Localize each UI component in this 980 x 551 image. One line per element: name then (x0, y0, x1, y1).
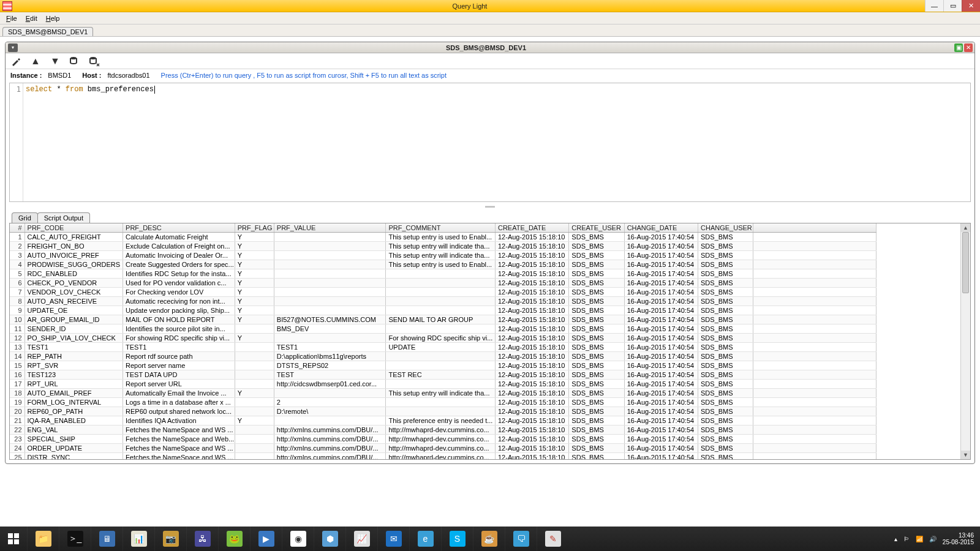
cell-desc[interactable]: Fetches the NameSpace and WS ... (123, 444, 235, 453)
col-prf-comment[interactable]: PRF_COMMENT (386, 223, 496, 233)
cell-chuser[interactable]: SDS_BMS (698, 435, 753, 444)
cell-code[interactable]: RDC_ENABLED (24, 269, 123, 279)
cell-desc[interactable]: Report rdf source path (123, 352, 235, 361)
cell-chuser[interactable]: SDS_BMS (698, 306, 753, 315)
cell-comment[interactable] (386, 380, 496, 389)
cell-desc[interactable]: Automatic receciving for non int... (123, 297, 235, 306)
taskbar-outlook-icon[interactable]: ✉ (377, 527, 409, 551)
col-rownum[interactable]: # (10, 223, 24, 233)
cell-value[interactable]: http://xmlns.cummins.com/DBU/... (274, 435, 386, 444)
cell-chuser[interactable]: SDS_BMS (698, 370, 753, 380)
cell-desc[interactable]: Identifies RDC Setup for the insta... (123, 269, 235, 279)
cell-flag[interactable]: Y (235, 269, 274, 279)
cell-cdate[interactable]: 12-Aug-2015 15:18:10 (495, 233, 568, 242)
cell-comment[interactable]: TEST REC (386, 370, 496, 380)
cell-comment[interactable]: http://mwhaprd-dev.cummins.co... (386, 425, 496, 435)
cell-value[interactable] (274, 279, 386, 288)
cell-desc[interactable]: Create Suggested Orders for spec... (123, 260, 235, 269)
cell-flag[interactable] (235, 425, 274, 435)
cell-extra[interactable] (753, 297, 876, 306)
col-change-date[interactable]: CHANGE_DATE (624, 223, 698, 233)
cell-cuser[interactable]: SDS_BMS (569, 251, 624, 260)
cell-flag[interactable] (235, 407, 274, 416)
cell-comment[interactable] (386, 306, 496, 315)
cell-flag[interactable]: Y (235, 389, 274, 398)
cell-code[interactable]: SPECIAL_SHIP (24, 435, 123, 444)
table-row[interactable]: 10AR_GROUP_EMAIL_IDMAIL OF ON HOLD REPOR… (10, 315, 876, 324)
sql-editor[interactable]: 1 select * from bms_preferences (9, 83, 971, 202)
document-tab[interactable]: SDS_BMS@BMSD_DEV1 (2, 27, 93, 36)
cell-chdate[interactable]: 16-Aug-2015 17:40:54 (624, 343, 698, 352)
cell-cuser[interactable]: SDS_BMS (569, 297, 624, 306)
table-row[interactable]: 21IQA-RA_ENABLEDIdentifies IQA Activatio… (10, 416, 876, 425)
cell-desc[interactable]: Identifies the source pilot site in... (123, 324, 235, 334)
cell-chuser[interactable]: SDS_BMS (698, 389, 753, 398)
cell-comment[interactable] (386, 297, 496, 306)
cell-chdate[interactable]: 16-Aug-2015 17:40:54 (624, 398, 698, 407)
menu-edit[interactable]: Edit (22, 14, 41, 23)
cell-comment[interactable]: SEND MAIL TO AR GROUP (386, 315, 496, 324)
cell-comment[interactable] (386, 288, 496, 297)
cell-extra[interactable] (753, 435, 876, 444)
cell-cdate[interactable]: 12-Aug-2015 15:18:10 (495, 435, 568, 444)
cell-extra[interactable] (753, 370, 876, 380)
cell-cuser[interactable]: SDS_BMS (569, 279, 624, 288)
cell-desc[interactable]: Automatically Email the Invoice ... (123, 389, 235, 398)
cell-chuser[interactable]: SDS_BMS (698, 352, 753, 361)
cell-cuser[interactable]: SDS_BMS (569, 288, 624, 297)
cell-cdate[interactable]: 12-Aug-2015 15:18:10 (495, 306, 568, 315)
cell-cdate[interactable]: 12-Aug-2015 15:18:10 (495, 398, 568, 407)
cell-value[interactable] (274, 389, 386, 398)
cell-chdate[interactable]: 16-Aug-2015 17:40:54 (624, 315, 698, 324)
tray-flag-icon[interactable]: 🏳 (903, 536, 910, 542)
cell-comment[interactable]: This setup entry is used to Enabl... (386, 260, 496, 269)
cell-comment[interactable] (386, 361, 496, 370)
cell-code[interactable]: FREIGHT_ON_BO (24, 242, 123, 251)
col-prf-code[interactable]: PRF_CODE (24, 223, 123, 233)
taskbar-app-icon-4[interactable]: 🖧 (186, 527, 218, 551)
cell-extra[interactable] (753, 425, 876, 435)
cell-code[interactable]: VENDOR_LOV_CHECK (24, 288, 123, 297)
cell-chdate[interactable]: 16-Aug-2015 17:40:54 (624, 361, 698, 370)
cell-flag[interactable]: Y (235, 315, 274, 324)
menu-help[interactable]: Help (42, 14, 64, 23)
cell-code[interactable]: AUTO_ASN_RECEIVE (24, 297, 123, 306)
inner-window-close-button[interactable]: ✕ (964, 43, 973, 52)
cell-code[interactable]: RPT_SVR (24, 361, 123, 370)
cell-extra[interactable] (753, 260, 876, 269)
cell-cdate[interactable]: 12-Aug-2015 15:18:10 (495, 315, 568, 324)
cell-chuser[interactable]: SDS_BMS (698, 380, 753, 389)
cell-flag[interactable] (235, 370, 274, 380)
menu-file[interactable]: File (2, 14, 21, 23)
cell-extra[interactable] (753, 334, 876, 343)
table-row[interactable]: 17RPT_URLReport server URLhttp://cidcswd… (10, 380, 876, 389)
cell-value[interactable]: DTSTS_REPS02 (274, 361, 386, 370)
arrow-up-icon[interactable]: ▲ (30, 56, 41, 67)
cell-desc[interactable]: For showing RDC specific ship vi... (123, 334, 235, 343)
col-prf-value[interactable]: PRF_VALUE (274, 223, 386, 233)
cell-comment[interactable] (386, 407, 496, 416)
cell-extra[interactable] (753, 343, 876, 352)
cell-value[interactable] (274, 260, 386, 269)
cell-comment[interactable]: This preference entry is needed t... (386, 416, 496, 425)
cell-chuser[interactable]: SDS_BMS (698, 407, 753, 416)
cell-cdate[interactable]: 12-Aug-2015 15:18:10 (495, 279, 568, 288)
cell-flag[interactable] (235, 343, 274, 352)
table-row[interactable]: 16TEST123TEST DATA UPDTESTTEST REC12-Aug… (10, 370, 876, 380)
cell-cdate[interactable]: 12-Aug-2015 15:18:10 (495, 352, 568, 361)
cell-extra[interactable] (753, 324, 876, 334)
cell-cdate[interactable]: 12-Aug-2015 15:18:10 (495, 297, 568, 306)
cell-extra[interactable] (753, 242, 876, 251)
cell-flag[interactable]: Y (235, 334, 274, 343)
start-button[interactable] (0, 527, 27, 551)
inner-window-maximize-button[interactable]: ▣ (954, 43, 963, 52)
cell-code[interactable]: CHECK_PO_VENDOR (24, 279, 123, 288)
taskbar-app-icon-3[interactable]: 📷 (154, 527, 186, 551)
cell-extra[interactable] (753, 306, 876, 315)
table-row[interactable]: 9UPDATE_OEUpdate vendor packing slip, Sh… (10, 306, 876, 315)
cell-cdate[interactable]: 12-Aug-2015 15:18:10 (495, 453, 568, 460)
clear-icon[interactable] (10, 56, 21, 67)
cell-extra[interactable] (753, 416, 876, 425)
cell-chdate[interactable]: 16-Aug-2015 17:40:54 (624, 324, 698, 334)
cell-desc[interactable]: Fetches the NameSpace and WS ... (123, 425, 235, 435)
